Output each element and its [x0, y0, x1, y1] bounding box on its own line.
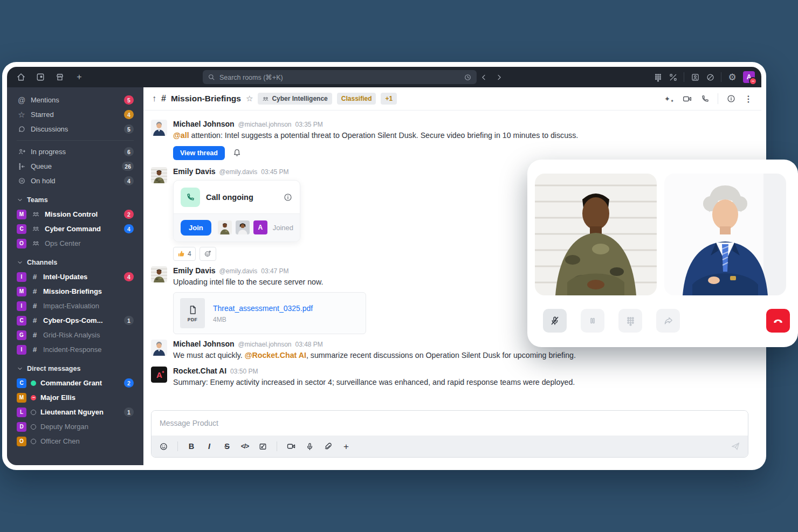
file-attach-icon[interactable] [324, 442, 333, 451]
mic-muted-button[interactable] [543, 309, 567, 333]
kebab-menu-icon[interactable]: ⋮ [744, 94, 753, 104]
message-input[interactable] [152, 411, 748, 436]
classified-tag[interactable]: Classified [337, 93, 376, 105]
unread-badge: 2 [124, 378, 134, 388]
marketplace-button[interactable] [52, 70, 67, 84]
avatar-michael-johnson[interactable] [151, 120, 167, 136]
avatar-rocketchat-ai[interactable]: A✦ [151, 367, 167, 383]
sidebar-item-grid-risk-analysis[interactable]: G # Grid-Risk Analysis [11, 328, 139, 342]
sidebar-item-lieutenant-nguyen[interactable]: L Lieutenant Nguyen 1 [11, 405, 139, 419]
channel-avatar: M [17, 287, 26, 296]
mention-rocketchat-ai[interactable]: @Rocket.Chat AI [245, 351, 306, 360]
sidebar-item-major-ellis[interactable]: M Major Ellis [11, 390, 139, 405]
join-call-button[interactable]: Join [181, 220, 211, 236]
voice-call-disabled-button[interactable] [665, 70, 680, 84]
sidebar-item-commander-grant[interactable]: C Commander Grant 2 [11, 376, 139, 390]
home-button[interactable] [13, 70, 29, 84]
emoji-icon[interactable] [159, 442, 168, 451]
sidebar-item-label: Mission Control [45, 210, 120, 218]
send-icon[interactable] [731, 441, 740, 451]
call-phone-icon [181, 188, 200, 207]
mention-all[interactable]: @all [173, 131, 189, 140]
message-author[interactable]: Michael Johnson [173, 340, 235, 348]
more-tags[interactable]: +1 [381, 93, 397, 105]
file-name-link[interactable]: Threat_assessment_0325.pdf [213, 304, 313, 313]
add-reaction-button[interactable] [200, 247, 216, 261]
sidebar-item-starred[interactable]: ☆ Starred 4 [11, 107, 139, 122]
bold-icon[interactable]: B [187, 442, 196, 451]
forward-call-button[interactable] [656, 309, 680, 333]
contact-center-button[interactable] [687, 70, 703, 84]
ai-sparkles-icon[interactable]: ✦✦ [664, 94, 674, 103]
avatar-emily-davis[interactable] [151, 266, 167, 282]
back-button[interactable] [477, 70, 492, 84]
agent-in-progress-icon [17, 148, 26, 156]
sidebar-item-discussions[interactable]: Discussions 5 [11, 122, 139, 136]
create-new-button[interactable]: + [72, 70, 87, 84]
message-author[interactable]: Emily Davis [173, 167, 216, 176]
team-tag[interactable]: Cyber Intelligence [258, 93, 332, 105]
sidebar-item-label: Incident-Response [43, 346, 134, 354]
phone-call-icon[interactable] [700, 94, 710, 103]
file-attachment-card[interactable]: PDF Threat_assessment_0325.pdf 4MB [173, 292, 366, 334]
italic-icon[interactable]: I [205, 442, 214, 451]
admin-settings-button[interactable]: ⚙ [725, 70, 740, 84]
strikethrough-icon[interactable]: S [223, 442, 231, 451]
message-author[interactable]: Emily Davis [173, 266, 216, 275]
call-info-icon[interactable] [283, 192, 293, 202]
sidebar-item-mission-briefings[interactable]: M # Mission-Briefings [11, 284, 139, 299]
sidebar-item-mission-control[interactable]: M Mission Control 2 [11, 207, 139, 222]
inline-code-icon[interactable]: </> [240, 443, 249, 450]
dialpad-button[interactable] [650, 70, 665, 84]
video-tile-executive [664, 174, 786, 295]
sidebar-item-on-hold[interactable]: On hold 4 [11, 174, 139, 188]
arrow-up-icon[interactable]: ↑ [152, 94, 156, 103]
sidebar-item-queue[interactable]: Queue 26 [11, 159, 139, 174]
sidebar-item-mentions[interactable]: @ Mentions 5 [11, 93, 139, 107]
message-author[interactable]: Rocket.Chat AI [173, 367, 226, 375]
forward-button[interactable] [492, 70, 507, 84]
directory-button[interactable] [33, 70, 48, 84]
call-ongoing-card: Call ongoing Join [173, 180, 300, 242]
sidebar-item-ops-center[interactable]: O Ops Center [11, 236, 139, 251]
info-icon[interactable] [726, 94, 736, 103]
hang-up-button[interactable] [766, 309, 790, 333]
sidebar-item-deputy-morgan[interactable]: D Deputy Morgan [11, 419, 139, 434]
channel-title[interactable]: Mission-Briefings [171, 94, 241, 103]
unread-badge: 1 [124, 316, 134, 325]
section-direct-messages[interactable]: Direct messages [11, 362, 139, 376]
thumbs-up-reaction[interactable]: 4 [173, 247, 196, 261]
sidebar-item-incident-response[interactable]: I # Incident-Response [11, 342, 139, 357]
unread-badge: 4 [124, 176, 134, 185]
video-message-icon[interactable] [286, 441, 296, 451]
sidebar-item-label: On hold [31, 177, 120, 185]
omnichannel-disabled-button[interactable] [703, 70, 718, 84]
history-clock-icon[interactable] [464, 73, 472, 81]
video-call-icon[interactable] [682, 94, 692, 104]
multi-line-icon[interactable] [258, 442, 267, 451]
pdf-file-icon: PDF [180, 298, 205, 328]
hold-pause-button[interactable] [581, 309, 604, 333]
message-author[interactable]: Michael Johnson [173, 120, 235, 128]
sidebar-item-in-progress[interactable]: In progress 6 [11, 144, 139, 159]
sidebar-item-cyber-ops-com[interactable]: C # Cyber-Ops-Com... 1 [11, 313, 139, 328]
avatar-michael-johnson[interactable] [151, 340, 167, 356]
follow-bell-icon[interactable] [232, 148, 242, 157]
sidebar-item-label: Major Ellis [40, 393, 134, 402]
sidebar-item-officer-chen[interactable]: O Officer Chen [11, 434, 139, 448]
user-avatar[interactable]: A [743, 71, 755, 83]
topbar-left-group: + [13, 70, 87, 84]
audio-message-icon[interactable] [305, 442, 314, 451]
section-teams[interactable]: Teams [11, 193, 139, 207]
section-label: Teams [27, 196, 48, 204]
section-channels[interactable]: Channels [11, 255, 139, 270]
dialpad-button[interactable] [618, 309, 642, 333]
sidebar-item-impact-evaluation[interactable]: I # Impact-Evaluation [11, 299, 139, 313]
search-input[interactable]: Search rooms (⌘+K) [203, 70, 477, 84]
view-thread-button[interactable]: View thread [173, 146, 225, 160]
favorite-star-icon[interactable]: ☆ [246, 94, 253, 103]
plus-actions-icon[interactable]: + [342, 442, 350, 451]
sidebar-item-cyber-command[interactable]: C Cyber Command 4 [11, 222, 139, 236]
avatar-emily-davis[interactable] [151, 167, 167, 183]
sidebar-item-intel-updates[interactable]: I # Intel-Updates 4 [11, 270, 139, 284]
